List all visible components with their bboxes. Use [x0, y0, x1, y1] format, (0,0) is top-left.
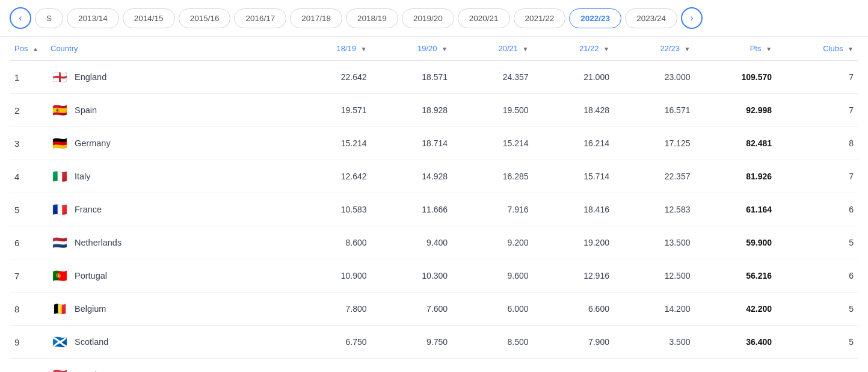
country-name: Germany: [75, 138, 111, 148]
header-pos[interactable]: Pos ▲: [10, 37, 46, 61]
season-tab-201415[interactable]: 2014/15: [123, 8, 175, 28]
flag-italy: 🇮🇹: [51, 167, 69, 185]
score-1920: 18.714: [372, 127, 452, 160]
score-2021: 6.000: [452, 293, 533, 326]
pos-sort-icon: ▲: [32, 46, 38, 52]
score-2021: 8.500: [452, 326, 533, 359]
pts-cell: 61.164: [695, 193, 777, 226]
flag-belgium: 🇧🇪: [51, 300, 69, 318]
pts-cell: 92.998: [695, 94, 777, 127]
table-row: 5 🇫🇷 France 10.583 11.666 7.916 18.416 1…: [10, 193, 858, 226]
flag-spain: 🇪🇸: [51, 101, 69, 119]
score-2021: 16.285: [452, 160, 533, 193]
clubs-cell: 5: [777, 293, 858, 326]
score-2223: 4.900: [614, 359, 695, 373]
score-2021: 15.214: [452, 127, 533, 160]
pts-cell: 109.570: [695, 61, 777, 94]
clubs-cell: 6: [777, 259, 858, 293]
season-tab-202223[interactable]: 2022/23: [569, 8, 621, 28]
pos-cell: 3: [10, 127, 46, 160]
score-1920: 10.300: [372, 259, 452, 293]
score-2021: 6.700: [452, 359, 533, 373]
score-1819: 15.214: [291, 127, 371, 160]
header-2021[interactable]: 20/21 ▼: [452, 37, 533, 61]
clubs-cell: 5: [777, 359, 858, 373]
pos-cell: 1: [10, 61, 46, 94]
flag-portugal: 🇵🇹: [51, 267, 69, 285]
pts-cell: 36.400: [695, 326, 777, 359]
table-row: 1 🏴󠁧󠁢󠁥󠁮󠁧󠁿 England 22.642 18.571 24.357 2…: [10, 61, 858, 94]
season-tab-202021[interactable]: 2020/21: [458, 8, 510, 28]
season-tab-201819[interactable]: 2018/19: [346, 8, 398, 28]
table-row: 3 🇩🇪 Germany 15.214 18.714 15.214 16.214…: [10, 127, 858, 160]
country-name: England: [75, 72, 106, 82]
score-2122: 10.400: [534, 359, 614, 373]
pts-cell: 59.900: [695, 226, 777, 259]
country-cell: 🇫🇷 France: [46, 193, 291, 226]
score-2223: 13.500: [614, 226, 695, 259]
table-row: 9 🏴󠁧󠁢󠁳󠁣󠁴󠁿 Scotland 6.750 9.750 8.500 7.9…: [10, 326, 858, 359]
score-2223: 22.357: [614, 160, 695, 193]
season-tab-s[interactable]: S: [35, 8, 63, 28]
pts-cell: 34.000: [695, 359, 777, 373]
country-name: France: [75, 205, 102, 214]
table-row: 10 🇦🇹 Austria 6.200 5.800 6.700 10.400 4…: [10, 359, 858, 373]
season-nav: ‹ S 2013/14 2014/15 2015/16 2016/17 2017…: [0, 0, 868, 37]
country-cell: 🇦🇹 Austria: [46, 359, 291, 373]
season-tab-202324[interactable]: 2023/24: [625, 8, 677, 28]
pos-cell: 5: [10, 193, 46, 226]
country-cell: 🇳🇱 Netherlands: [46, 226, 291, 259]
country-cell: 🇩🇪 Germany: [46, 127, 291, 160]
score-1819: 12.642: [291, 160, 371, 193]
pos-cell: 4: [10, 160, 46, 193]
score-1920: 9.750: [372, 326, 452, 359]
header-clubs[interactable]: Clubs ▼: [777, 37, 858, 61]
table-row: 6 🇳🇱 Netherlands 8.600 9.400 9.200 19.20…: [10, 226, 858, 259]
prev-arrow[interactable]: ‹: [10, 7, 31, 29]
header-2223[interactable]: 22/23 ▼: [614, 37, 695, 61]
score-2122: 7.900: [534, 326, 614, 359]
next-arrow[interactable]: ›: [681, 7, 703, 29]
header-2122[interactable]: 21/22 ▼: [534, 37, 614, 61]
score-2122: 19.200: [534, 226, 614, 259]
score-1920: 14.928: [372, 160, 452, 193]
score-2223: 17.125: [614, 127, 695, 160]
season-tab-202122[interactable]: 2021/22: [514, 8, 566, 28]
score-1819: 22.642: [291, 61, 371, 94]
col2223-sort-icon: ▼: [685, 46, 691, 52]
country-name: Scotland: [75, 337, 108, 347]
score-2021: 9.200: [452, 226, 533, 259]
score-1819: 6.200: [291, 359, 371, 373]
score-2021: 7.916: [452, 193, 533, 226]
pos-cell: 8: [10, 293, 46, 326]
score-2021: 24.357: [452, 61, 533, 94]
season-tab-201920[interactable]: 2019/20: [402, 8, 454, 28]
score-2122: 21.000: [534, 61, 614, 94]
season-tab-201617[interactable]: 2016/17: [234, 8, 286, 28]
score-2223: 3.500: [614, 326, 695, 359]
pts-cell: 82.481: [695, 127, 777, 160]
score-2223: 12.583: [614, 193, 695, 226]
table-row: 7 🇵🇹 Portugal 10.900 10.300 9.600 12.916…: [10, 259, 858, 293]
country-cell: 🏴󠁧󠁢󠁳󠁣󠁴󠁿 Scotland: [46, 326, 291, 359]
score-2223: 12.500: [614, 259, 695, 293]
flag-england: 🏴󠁧󠁢󠁥󠁮󠁧󠁿: [51, 68, 69, 86]
clubs-cell: 7: [777, 94, 858, 127]
table-body: 1 🏴󠁧󠁢󠁥󠁮󠁧󠁿 England 22.642 18.571 24.357 2…: [10, 61, 858, 373]
score-2021: 19.500: [452, 94, 533, 127]
flag-netherlands: 🇳🇱: [51, 234, 69, 252]
rankings-table: Pos ▲ Country 18/19 ▼ 19/20 ▼ 20/21 ▼: [10, 37, 858, 372]
header-1920[interactable]: 19/20 ▼: [372, 37, 452, 61]
season-tab-201516[interactable]: 2015/16: [179, 8, 231, 28]
header-1819[interactable]: 18/19 ▼: [291, 37, 371, 61]
country-cell: 🇵🇹 Portugal: [46, 259, 291, 293]
table-row: 2 🇪🇸 Spain 19.571 18.928 19.500 18.428 1…: [10, 94, 858, 127]
season-tab-201718[interactable]: 2017/18: [290, 8, 342, 28]
score-1920: 5.800: [372, 359, 452, 373]
header-pts[interactable]: Pts ▼: [695, 37, 777, 61]
table-row: 4 🇮🇹 Italy 12.642 14.928 16.285 15.714 2…: [10, 160, 858, 193]
season-tab-201314[interactable]: 2013/14: [67, 8, 119, 28]
pos-cell: 9: [10, 326, 46, 359]
score-1920: 18.571: [372, 61, 452, 94]
table-header-row: Pos ▲ Country 18/19 ▼ 19/20 ▼ 20/21 ▼: [10, 37, 858, 61]
